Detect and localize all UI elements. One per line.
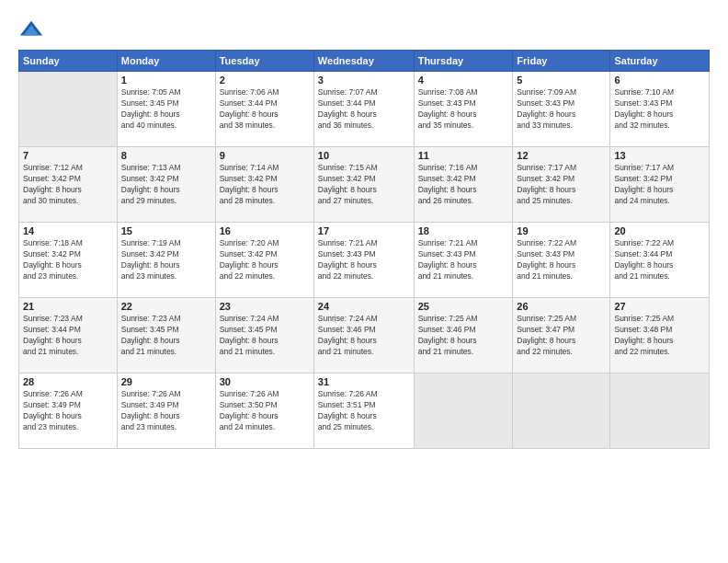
day-of-week-header: Friday	[513, 51, 610, 72]
day-number: 13	[614, 150, 705, 161]
day-number: 31	[318, 376, 410, 387]
calendar-page: SundayMondayTuesdayWednesdayThursdayFrid…	[0, 0, 728, 563]
calendar-cell: 2Sunrise: 7:06 AMSunset: 3:44 PMDaylight…	[215, 72, 313, 147]
day-number: 17	[318, 225, 410, 236]
calendar-cell: 4Sunrise: 7:08 AMSunset: 3:43 PMDaylight…	[414, 72, 513, 147]
calendar-week-row: 7Sunrise: 7:12 AMSunset: 3:42 PMDaylight…	[19, 147, 710, 223]
day-info: Sunrise: 7:23 AMSunset: 3:45 PMDaylight:…	[121, 314, 211, 358]
day-number: 3	[318, 75, 410, 86]
calendar-cell: 24Sunrise: 7:24 AMSunset: 3:46 PMDayligh…	[313, 298, 414, 373]
calendar-cell: 27Sunrise: 7:25 AMSunset: 3:48 PMDayligh…	[610, 298, 710, 373]
calendar-week-row: 21Sunrise: 7:23 AMSunset: 3:44 PMDayligh…	[19, 298, 710, 373]
day-info: Sunrise: 7:21 AMSunset: 3:43 PMDaylight:…	[318, 238, 410, 282]
calendar-cell: 11Sunrise: 7:16 AMSunset: 3:42 PMDayligh…	[414, 147, 513, 223]
header	[18, 17, 710, 42]
day-number: 18	[418, 225, 509, 236]
calendar-cell: 18Sunrise: 7:21 AMSunset: 3:43 PMDayligh…	[414, 223, 513, 298]
day-info: Sunrise: 7:26 AMSunset: 3:49 PMDaylight:…	[23, 389, 113, 433]
calendar-cell: 9Sunrise: 7:14 AMSunset: 3:42 PMDaylight…	[215, 147, 313, 223]
day-info: Sunrise: 7:10 AMSunset: 3:43 PMDaylight:…	[614, 87, 705, 132]
day-info: Sunrise: 7:25 AMSunset: 3:46 PMDaylight:…	[418, 314, 509, 358]
day-info: Sunrise: 7:25 AMSunset: 3:48 PMDaylight:…	[614, 314, 705, 358]
calendar-cell	[513, 373, 610, 449]
day-number: 19	[517, 225, 606, 236]
logo	[18, 17, 48, 42]
day-info: Sunrise: 7:06 AMSunset: 3:44 PMDaylight:…	[220, 87, 310, 132]
calendar-cell	[19, 72, 118, 147]
day-number: 10	[318, 150, 410, 161]
calendar-cell: 23Sunrise: 7:24 AMSunset: 3:45 PMDayligh…	[215, 298, 313, 373]
day-number: 8	[121, 150, 211, 161]
day-info: Sunrise: 7:26 AMSunset: 3:51 PMDaylight:…	[318, 389, 410, 433]
calendar-cell: 26Sunrise: 7:25 AMSunset: 3:47 PMDayligh…	[513, 298, 610, 373]
day-number: 30	[220, 376, 310, 387]
calendar-cell: 31Sunrise: 7:26 AMSunset: 3:51 PMDayligh…	[313, 373, 414, 449]
day-info: Sunrise: 7:05 AMSunset: 3:45 PMDaylight:…	[121, 87, 211, 132]
calendar-week-row: 1Sunrise: 7:05 AMSunset: 3:45 PMDaylight…	[19, 72, 710, 147]
day-info: Sunrise: 7:19 AMSunset: 3:42 PMDaylight:…	[121, 238, 211, 282]
calendar-cell	[610, 373, 710, 449]
calendar-week-row: 28Sunrise: 7:26 AMSunset: 3:49 PMDayligh…	[19, 373, 710, 449]
day-of-week-header: Sunday	[19, 51, 118, 72]
day-info: Sunrise: 7:07 AMSunset: 3:44 PMDaylight:…	[318, 87, 410, 132]
day-number: 15	[121, 225, 211, 236]
day-number: 27	[614, 301, 705, 312]
calendar-cell: 14Sunrise: 7:18 AMSunset: 3:42 PMDayligh…	[19, 223, 118, 298]
day-number: 12	[517, 150, 606, 161]
day-info: Sunrise: 7:24 AMSunset: 3:45 PMDaylight:…	[220, 314, 310, 358]
day-number: 23	[220, 301, 310, 312]
day-number: 4	[418, 75, 509, 86]
calendar-cell: 17Sunrise: 7:21 AMSunset: 3:43 PMDayligh…	[313, 223, 414, 298]
calendar-table: SundayMondayTuesdayWednesdayThursdayFrid…	[18, 50, 710, 449]
day-info: Sunrise: 7:17 AMSunset: 3:42 PMDaylight:…	[614, 163, 705, 207]
day-number: 11	[418, 150, 509, 161]
day-info: Sunrise: 7:23 AMSunset: 3:44 PMDaylight:…	[23, 314, 113, 358]
day-info: Sunrise: 7:24 AMSunset: 3:46 PMDaylight:…	[318, 314, 410, 358]
day-info: Sunrise: 7:20 AMSunset: 3:42 PMDaylight:…	[220, 238, 310, 282]
day-of-week-header: Monday	[117, 51, 215, 72]
calendar-cell: 19Sunrise: 7:22 AMSunset: 3:43 PMDayligh…	[513, 223, 610, 298]
day-info: Sunrise: 7:14 AMSunset: 3:42 PMDaylight:…	[220, 163, 310, 207]
day-info: Sunrise: 7:25 AMSunset: 3:47 PMDaylight:…	[517, 314, 606, 358]
day-info: Sunrise: 7:09 AMSunset: 3:43 PMDaylight:…	[517, 87, 606, 132]
day-number: 20	[614, 225, 705, 236]
day-of-week-header: Saturday	[610, 51, 710, 72]
calendar-cell: 29Sunrise: 7:26 AMSunset: 3:49 PMDayligh…	[117, 373, 215, 449]
calendar-cell: 22Sunrise: 7:23 AMSunset: 3:45 PMDayligh…	[117, 298, 215, 373]
day-number: 2	[220, 75, 310, 86]
calendar-cell: 12Sunrise: 7:17 AMSunset: 3:42 PMDayligh…	[513, 147, 610, 223]
calendar-cell: 20Sunrise: 7:22 AMSunset: 3:44 PMDayligh…	[610, 223, 710, 298]
calendar-cell: 5Sunrise: 7:09 AMSunset: 3:43 PMDaylight…	[513, 72, 610, 147]
day-info: Sunrise: 7:16 AMSunset: 3:42 PMDaylight:…	[418, 163, 509, 207]
day-number: 1	[121, 75, 211, 86]
day-number: 5	[517, 75, 606, 86]
day-number: 21	[23, 301, 113, 312]
calendar-cell: 25Sunrise: 7:25 AMSunset: 3:46 PMDayligh…	[414, 298, 513, 373]
day-number: 26	[517, 301, 606, 312]
day-number: 29	[121, 376, 211, 387]
day-number: 24	[318, 301, 410, 312]
day-info: Sunrise: 7:15 AMSunset: 3:42 PMDaylight:…	[318, 163, 410, 207]
day-info: Sunrise: 7:22 AMSunset: 3:43 PMDaylight:…	[517, 238, 606, 282]
logo-icon	[18, 17, 44, 42]
calendar-cell: 7Sunrise: 7:12 AMSunset: 3:42 PMDaylight…	[19, 147, 118, 223]
day-number: 22	[121, 301, 211, 312]
day-info: Sunrise: 7:08 AMSunset: 3:43 PMDaylight:…	[418, 87, 509, 132]
day-number: 7	[23, 150, 113, 161]
calendar-cell: 1Sunrise: 7:05 AMSunset: 3:45 PMDaylight…	[117, 72, 215, 147]
calendar-cell: 3Sunrise: 7:07 AMSunset: 3:44 PMDaylight…	[313, 72, 414, 147]
calendar-cell: 6Sunrise: 7:10 AMSunset: 3:43 PMDaylight…	[610, 72, 710, 147]
day-of-week-header: Tuesday	[215, 51, 313, 72]
day-number: 14	[23, 225, 113, 236]
day-info: Sunrise: 7:12 AMSunset: 3:42 PMDaylight:…	[23, 163, 113, 207]
calendar-cell: 28Sunrise: 7:26 AMSunset: 3:49 PMDayligh…	[19, 373, 118, 449]
calendar-cell: 21Sunrise: 7:23 AMSunset: 3:44 PMDayligh…	[19, 298, 118, 373]
day-of-week-header: Wednesday	[313, 51, 414, 72]
day-of-week-header: Thursday	[414, 51, 513, 72]
day-info: Sunrise: 7:17 AMSunset: 3:42 PMDaylight:…	[517, 163, 606, 207]
day-info: Sunrise: 7:21 AMSunset: 3:43 PMDaylight:…	[418, 238, 509, 282]
calendar-cell: 8Sunrise: 7:13 AMSunset: 3:42 PMDaylight…	[117, 147, 215, 223]
day-number: 28	[23, 376, 113, 387]
calendar-cell: 15Sunrise: 7:19 AMSunset: 3:42 PMDayligh…	[117, 223, 215, 298]
calendar-cell: 10Sunrise: 7:15 AMSunset: 3:42 PMDayligh…	[313, 147, 414, 223]
